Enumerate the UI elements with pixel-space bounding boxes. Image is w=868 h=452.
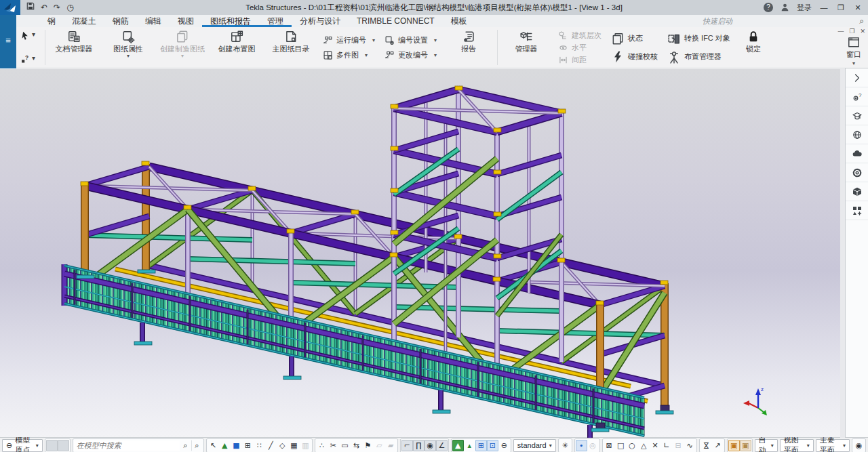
tab-视图[interactable]: 视图 (170, 15, 202, 27)
main-plane-dropdown[interactable]: 主要平面▾ (816, 439, 850, 452)
save-button[interactable] (26, 0, 35, 15)
snap-nearest[interactable]: ∿ (684, 440, 696, 451)
drawing-properties-button[interactable]: 图纸属性 ▾ (101, 27, 155, 68)
organizer-button[interactable]: 管理器 (499, 27, 553, 68)
viewport-scroll-strip[interactable] (840, 69, 845, 438)
snap-circle-points[interactable]: ○ (627, 440, 638, 451)
snap-intersections[interactable]: ✕ (650, 440, 661, 451)
snap-geometry-points[interactable]: □ (615, 440, 627, 451)
select-all-switch[interactable]: ↖ (208, 440, 219, 451)
tab-编辑[interactable]: 编辑 (137, 15, 170, 27)
level-button[interactable]: 水平 (558, 43, 601, 53)
run-numbering-button[interactable]: 运行编号▾ (323, 35, 375, 45)
tab-钢筋[interactable]: 钢筋 (104, 15, 137, 27)
clash-check-button[interactable]: 碰撞校核 (611, 50, 658, 64)
window-menu-button[interactable]: 窗口 ▾ (846, 35, 861, 66)
minimize-button[interactable]: — (819, 3, 829, 12)
select-tool-disabled-1[interactable]: ▱ (374, 440, 385, 451)
angle-tool[interactable]: ∠ (436, 440, 448, 451)
doc-close-button[interactable]: ✕ (860, 28, 865, 35)
origin-tool-disabled-1[interactable] (46, 440, 58, 451)
polyline-tool[interactable]: ⌐ (401, 440, 413, 451)
snap-extension-disabled[interactable]: ⊟ (673, 440, 684, 451)
view-plane-dropdown[interactable]: 视图平面▾ (780, 439, 814, 452)
convert-ifc-button[interactable]: 转换 IFC 对象 (667, 32, 730, 45)
snap-grid-a[interactable]: ⊞ (475, 440, 487, 451)
tab-管理[interactable]: 管理 (259, 15, 292, 27)
model-search-icon[interactable]: ⌕ (180, 440, 191, 451)
snap-visibility[interactable]: ◎ (587, 440, 599, 451)
tab-混凝土[interactable]: 混凝土 (64, 15, 104, 27)
select-components[interactable]: ⊞ (242, 440, 254, 451)
reports-button[interactable]: 报告 (441, 27, 496, 68)
tekla-logo[interactable] (0, 0, 20, 15)
tekla-online-icon[interactable] (846, 125, 868, 144)
zoom-tool[interactable]: ⊖ (498, 440, 510, 451)
fence-select[interactable]: ▭ (339, 440, 351, 451)
cloud-icon[interactable] (846, 144, 868, 163)
select-tool-button[interactable]: ▾ (20, 30, 43, 41)
close-button[interactable]: ✕ (853, 3, 863, 12)
visibility-tool[interactable]: ◉ (425, 440, 436, 451)
snap-reference-points[interactable]: ⊠ (604, 440, 615, 451)
multi-drawing-button[interactable]: 多件图▾ (323, 50, 375, 60)
spacing-button[interactable]: 间距 (558, 55, 601, 65)
document-manager-button[interactable]: 文档管理器 (47, 27, 101, 68)
select-tool-disabled-2[interactable]: ▰ (385, 440, 397, 451)
create-fabrication-drawings-button[interactable]: 创建制造图纸 ▾ (155, 27, 210, 68)
relative-snap-toggle[interactable]: ▣ (740, 440, 751, 451)
select-lines[interactable]: ╱ (265, 440, 277, 451)
inquire-tool-button[interactable]: ? ▾ (20, 54, 43, 64)
numbering-settings-button[interactable]: 编号设置▾ (384, 35, 437, 45)
settings-icon[interactable] (846, 163, 868, 182)
snap-perpendicular[interactable]: ∟ (661, 440, 673, 451)
layout-manager-button[interactable]: 布置管理器 (667, 50, 730, 64)
building-hierarchy-button[interactable]: 建筑层次 (558, 30, 601, 41)
applications-icon[interactable] (846, 87, 868, 106)
tab-钢[interactable]: 钢 (39, 15, 64, 27)
snap-direction-override[interactable]: ↗ (712, 440, 724, 451)
plane-visibility-icon[interactable]: ◉ (853, 440, 865, 451)
spray-select[interactable]: ∴ (316, 440, 328, 451)
tab-图纸和报告[interactable]: 图纸和报告 (202, 15, 259, 27)
lock-button[interactable]: 锁定 (735, 27, 772, 68)
master-drawing-catalog-button[interactable]: 主图纸目录 (264, 27, 318, 68)
select-points[interactable]: ∷ (254, 440, 265, 451)
model-3d-view[interactable]: z (0, 68, 845, 437)
model-origin-dropdown[interactable]: ⊖ 模型原点 ▾ (2, 439, 43, 452)
user-icon[interactable] (781, 3, 789, 13)
tab-模板[interactable]: 模板 (443, 15, 475, 27)
menu-icon[interactable]: ≡ (0, 35, 16, 45)
components-icon[interactable] (846, 201, 868, 220)
change-numbering-button[interactable]: 更改编号▾ (384, 50, 437, 60)
model-search-input[interactable] (74, 440, 180, 451)
ortho-tool[interactable]: ∏ (413, 440, 425, 451)
snap-free-points[interactable]: ∙ (576, 440, 587, 451)
tab-TRIMBLE CONNECT[interactable]: TRIMBLE CONNECT (349, 15, 443, 27)
help-icon[interactable]: ? (764, 3, 773, 12)
flag-tool[interactable]: ⚑ (362, 440, 374, 451)
doc-restore-button[interactable]: ❐ (849, 28, 854, 35)
model-search-select-icon[interactable]: ⌕ (191, 440, 203, 451)
select-grids[interactable]: ▦ (288, 440, 300, 451)
tab-分析与设计[interactable]: 分析与设计 (292, 15, 349, 27)
search-icon[interactable]: ⌕ (859, 16, 864, 26)
work-area-tool[interactable]: ▴ (464, 440, 475, 451)
plane-auto-dropdown[interactable]: 自动▾ (755, 439, 778, 452)
snap-grid-b[interactable]: ⊡ (487, 440, 498, 451)
snap-depth-override[interactable]: ⋈ (701, 440, 712, 451)
render-mode-tool[interactable]: ▲ (452, 440, 464, 451)
restore-button[interactable]: ❐ (836, 3, 846, 12)
select-filter-box[interactable]: ■ (231, 440, 242, 451)
drag-drop-switch[interactable]: ⇆ (351, 440, 362, 451)
catalog-icon[interactable] (846, 182, 868, 201)
quick-launch-search[interactable]: 快速启动 ⌕ (703, 15, 864, 27)
select-objects[interactable]: ◇ (277, 440, 288, 451)
cut-tool[interactable]: ✂ (328, 440, 339, 451)
redo-button[interactable]: ↷ (54, 0, 60, 15)
create-ga-drawing-button[interactable]: 创建布置图 (210, 27, 264, 68)
learning-icon[interactable] (846, 106, 868, 125)
selection-mode-dropdown[interactable]: standard ▾ (513, 439, 556, 452)
snap-settings-icon[interactable]: ✳ (559, 440, 571, 451)
snap-midpoints[interactable]: △ (638, 440, 650, 451)
